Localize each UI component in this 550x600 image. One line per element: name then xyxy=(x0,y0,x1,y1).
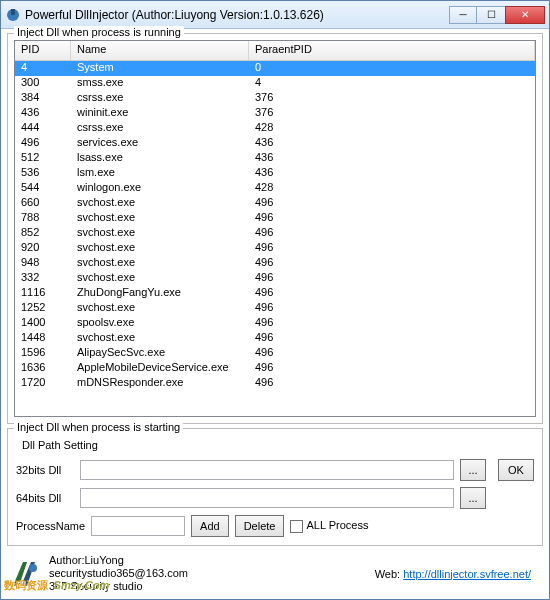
list-header: PID Name ParaentPID xyxy=(15,41,535,61)
table-row[interactable]: 444csrss.exe428 xyxy=(15,121,535,136)
cell-name: services.exe xyxy=(71,136,249,151)
table-row[interactable]: 512lsass.exe436 xyxy=(15,151,535,166)
process-list[interactable]: PID Name ParaentPID 4System0300smss.exe4… xyxy=(14,40,536,417)
footer-author: Author:LiuYong xyxy=(49,554,188,567)
cell-pid: 1720 xyxy=(15,376,71,391)
cell-pid: 4 xyxy=(15,61,71,76)
footer-text: Author:LiuYong securitystudio365@163.com… xyxy=(49,554,188,593)
window-title: Powerful DllInjector (Author:Liuyong Ver… xyxy=(25,8,449,22)
delete-button[interactable]: Delete xyxy=(235,515,285,537)
table-row[interactable]: 1252svchost.exe496 xyxy=(15,301,535,316)
table-row[interactable]: 544winlogon.exe428 xyxy=(15,181,535,196)
close-button[interactable]: ✕ xyxy=(505,6,545,24)
cell-parentpid: 428 xyxy=(249,181,535,196)
footer-web: Web: http://dllinjector.svfree.net/ xyxy=(375,568,531,580)
all-process-label[interactable]: ALL Process xyxy=(290,519,368,533)
footer-studio: 365 Security studio xyxy=(49,580,188,593)
footer-icon xyxy=(9,558,41,590)
cell-pid: 444 xyxy=(15,121,71,136)
cell-parentpid: 496 xyxy=(249,376,535,391)
cell-name: svchost.exe xyxy=(71,271,249,286)
table-row[interactable]: 788svchost.exe496 xyxy=(15,211,535,226)
label-32bit: 32bits Dll xyxy=(16,464,74,476)
group-inject-running: Inject Dll when process is running PID N… xyxy=(7,33,543,424)
cell-name: winlogon.exe xyxy=(71,181,249,196)
table-row[interactable]: 1116ZhuDongFangYu.exe496 xyxy=(15,286,535,301)
cell-pid: 1116 xyxy=(15,286,71,301)
maximize-button[interactable]: ☐ xyxy=(477,6,505,24)
table-row[interactable]: 660svchost.exe496 xyxy=(15,196,535,211)
table-row[interactable]: 436wininit.exe376 xyxy=(15,106,535,121)
cell-parentpid: 0 xyxy=(249,61,535,76)
cell-name: csrss.exe xyxy=(71,91,249,106)
cell-pid: 948 xyxy=(15,256,71,271)
cell-parentpid: 496 xyxy=(249,331,535,346)
group-inject-starting: Inject Dll when process is starting Dll … xyxy=(7,428,543,546)
input-64bit-dll[interactable] xyxy=(80,488,454,508)
all-process-checkbox[interactable] xyxy=(290,520,303,533)
table-row[interactable]: 384csrss.exe376 xyxy=(15,91,535,106)
table-row[interactable]: 1636AppleMobileDeviceService.exe496 xyxy=(15,361,535,376)
add-button[interactable]: Add xyxy=(191,515,229,537)
table-row[interactable]: 948svchost.exe496 xyxy=(15,256,535,271)
cell-pid: 1252 xyxy=(15,301,71,316)
process-name-input[interactable] xyxy=(91,516,185,536)
input-32bit-dll[interactable] xyxy=(80,460,454,480)
cell-pid: 1596 xyxy=(15,346,71,361)
process-name-label: ProcessName xyxy=(16,520,85,532)
cell-parentpid: 496 xyxy=(249,361,535,376)
cell-name: AppleMobileDeviceService.exe xyxy=(71,361,249,376)
cell-name: svchost.exe xyxy=(71,241,249,256)
content-area: Inject Dll when process is running PID N… xyxy=(1,29,549,600)
table-row[interactable]: 4System0 xyxy=(15,61,535,76)
table-row[interactable]: 1596AlipaySecSvc.exe496 xyxy=(15,346,535,361)
web-link[interactable]: http://dllinjector.svfree.net/ xyxy=(403,568,531,580)
cell-pid: 496 xyxy=(15,136,71,151)
cell-name: svchost.exe xyxy=(71,331,249,346)
cell-pid: 1448 xyxy=(15,331,71,346)
group-starting-title: Inject Dll when process is starting xyxy=(14,421,183,433)
table-row[interactable]: 332svchost.exe496 xyxy=(15,271,535,286)
cell-pid: 544 xyxy=(15,181,71,196)
cell-name: svchost.exe xyxy=(71,256,249,271)
cell-parentpid: 436 xyxy=(249,136,535,151)
list-body[interactable]: 4System0300smss.exe4384csrss.exe376436wi… xyxy=(15,61,535,416)
table-row[interactable]: 496services.exe436 xyxy=(15,136,535,151)
cell-parentpid: 496 xyxy=(249,196,535,211)
cell-parentpid: 496 xyxy=(249,211,535,226)
ok-button[interactable]: OK xyxy=(498,459,534,481)
browse-64bit-button[interactable]: ... xyxy=(460,487,486,509)
svg-point-4 xyxy=(29,564,37,572)
table-row[interactable]: 536lsm.exe436 xyxy=(15,166,535,181)
cell-parentpid: 496 xyxy=(249,271,535,286)
cell-pid: 788 xyxy=(15,211,71,226)
table-row[interactable]: 1448svchost.exe496 xyxy=(15,331,535,346)
column-pid[interactable]: PID xyxy=(15,41,71,60)
cell-pid: 512 xyxy=(15,151,71,166)
cell-parentpid: 496 xyxy=(249,316,535,331)
table-row[interactable]: 1720mDNSResponder.exe496 xyxy=(15,376,535,391)
cell-name: csrss.exe xyxy=(71,121,249,136)
table-row[interactable]: 852svchost.exe496 xyxy=(15,226,535,241)
cell-parentpid: 436 xyxy=(249,151,535,166)
label-64bit: 64bits Dll xyxy=(16,492,74,504)
table-row[interactable]: 1400spoolsv.exe496 xyxy=(15,316,535,331)
cell-parentpid: 496 xyxy=(249,241,535,256)
cell-pid: 1400 xyxy=(15,316,71,331)
browse-32bit-button[interactable]: ... xyxy=(460,459,486,481)
column-name[interactable]: Name xyxy=(71,41,249,60)
row-64bit: 64bits Dll ... xyxy=(16,487,534,509)
minimize-button[interactable]: ─ xyxy=(449,6,477,24)
cell-parentpid: 496 xyxy=(249,301,535,316)
column-parentpid[interactable]: ParaentPID xyxy=(249,41,535,60)
cell-name: svchost.exe xyxy=(71,301,249,316)
table-row[interactable]: 300smss.exe4 xyxy=(15,76,535,91)
cell-name: lsass.exe xyxy=(71,151,249,166)
row-32bit: 32bits Dll ... OK xyxy=(16,459,534,481)
titlebar[interactable]: Powerful DllInjector (Author:Liuyong Ver… xyxy=(1,1,549,29)
app-window: Powerful DllInjector (Author:Liuyong Ver… xyxy=(0,0,550,600)
cell-pid: 384 xyxy=(15,91,71,106)
cell-parentpid: 436 xyxy=(249,166,535,181)
cell-parentpid: 496 xyxy=(249,286,535,301)
table-row[interactable]: 920svchost.exe496 xyxy=(15,241,535,256)
